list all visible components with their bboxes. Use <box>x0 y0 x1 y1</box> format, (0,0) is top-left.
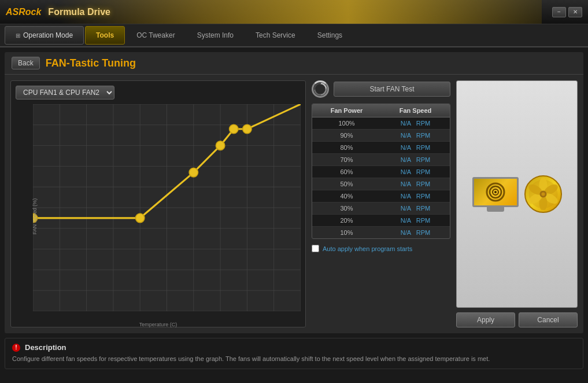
fan-speed-cell: N/A RPM <box>381 202 450 214</box>
fan-speed-cell: N/A RPM <box>381 166 450 178</box>
fan-power-header: Fan Power <box>312 104 381 117</box>
fan-speed-cell: N/A RPM <box>381 178 450 190</box>
chart-container: FAN Speed (%) Temperature (C) <box>16 104 301 329</box>
app-logo: ASRock Formula Drive <box>6 7 110 17</box>
spinner-svg <box>313 82 327 96</box>
description-header: ! Description <box>12 343 576 352</box>
fan-table-section: Start FAN Test Fan Power Fan Speed 100% … <box>312 80 450 327</box>
fan-power-cell: 50% <box>312 178 381 190</box>
fan-image-inner <box>467 170 568 219</box>
start-fan-test-button[interactable]: Start FAN Test <box>334 82 450 97</box>
monitor-illustration <box>472 177 519 212</box>
fan-speed-cell: N/A RPM <box>381 117 450 129</box>
back-button[interactable]: Back <box>12 57 40 69</box>
fan-speed-cell: N/A RPM <box>381 190 450 202</box>
fan-table-header: Fan Power Fan Speed <box>312 104 450 117</box>
description-icon: ! <box>12 344 20 352</box>
auto-apply-row: Auto apply when program starts <box>312 242 450 255</box>
table-row: 40% N/A RPM <box>312 190 450 202</box>
chart-section: CPU FAN1 & CPU FAN2 CPU FAN1 CPU FAN2 CH… <box>10 80 306 327</box>
action-buttons: Apply Cancel <box>456 312 578 327</box>
table-row: 20% N/A RPM <box>312 215 450 227</box>
monitor-screen <box>472 177 519 207</box>
description-text: Configure different fan speeds for respe… <box>12 354 576 364</box>
minimize-button[interactable]: − <box>552 7 566 17</box>
nav-tech-service[interactable]: Tech Service <box>245 26 306 45</box>
svg-point-50 <box>243 124 252 134</box>
fan-power-cell: 90% <box>312 130 381 141</box>
fan-image-section: Apply Cancel <box>456 80 578 327</box>
nav-bar: ⊞ Operation Mode Tools OC Tweaker System… <box>0 24 588 47</box>
svg-point-54 <box>494 191 497 193</box>
fan-illustration <box>524 175 562 213</box>
svg-point-47 <box>189 168 198 177</box>
x-axis-label: Temperature (C) <box>139 322 177 327</box>
fan-speed-cell: N/A RPM <box>381 227 450 238</box>
fan-speed-cell: N/A RPM <box>381 154 450 165</box>
nav-system-info[interactable]: System Info <box>187 26 244 45</box>
fan-power-cell: 10% <box>312 227 381 238</box>
fan-test-row: Start FAN Test <box>312 80 450 98</box>
nav-oc-tweaker[interactable]: OC Tweaker <box>126 26 185 45</box>
svg-point-63 <box>541 193 545 196</box>
description-title: Description <box>25 343 66 352</box>
auto-apply-checkbox[interactable] <box>312 245 319 252</box>
nav-tech-service-label: Tech Service <box>256 31 295 39</box>
fan-circle <box>524 175 562 213</box>
fan-speed-header: Fan Speed <box>381 104 450 117</box>
description-bar: ! Description Configure different fan sp… <box>5 338 583 369</box>
content-panel: Back FAN-Tastic Tuning CPU FAN1 & CPU FA… <box>5 52 583 333</box>
fan-speed-cell: N/A RPM <box>381 142 450 153</box>
monitor-stand <box>487 207 504 212</box>
svg-point-49 <box>230 124 238 134</box>
fan-power-cell: 100% <box>312 117 381 129</box>
apply-button[interactable]: Apply <box>456 312 515 327</box>
table-row: 70% N/A RPM <box>312 154 450 166</box>
nav-tools[interactable]: Tools <box>85 26 125 45</box>
svg-point-48 <box>216 141 224 150</box>
table-row: 50% N/A RPM <box>312 178 450 190</box>
nav-settings[interactable]: Settings <box>307 26 353 45</box>
table-row: 30% N/A RPM <box>312 202 450 215</box>
fan-spin-icon <box>312 80 329 98</box>
fan-select[interactable]: CPU FAN1 & CPU FAN2 CPU FAN1 CPU FAN2 CH… <box>16 86 114 100</box>
page-header: Back FAN-Tastic Tuning <box>5 52 583 75</box>
fan-chart[interactable]: 100 90 80 70 60 50 40 30 20 10 0 0 10 20… <box>33 104 301 311</box>
nav-tools-label: Tools <box>96 31 114 39</box>
svg-point-46 <box>135 213 144 223</box>
table-row: 60% N/A RPM <box>312 166 450 178</box>
main-content: CPU FAN1 & CPU FAN2 CPU FAN1 CPU FAN2 CH… <box>5 75 583 333</box>
fan-power-cell: 70% <box>312 154 381 165</box>
fan-selector: CPU FAN1 & CPU FAN2 CPU FAN1 CPU FAN2 CH… <box>16 86 301 100</box>
nav-operation-mode[interactable]: ⊞ Operation Mode <box>5 26 84 45</box>
asrock-brand: ASRock <box>6 7 41 17</box>
window-controls: − ✕ <box>552 7 582 17</box>
fan-speed-cell: N/A RPM <box>381 130 450 141</box>
fan-image-box <box>456 80 578 308</box>
y-axis-label: FAN Speed (%) <box>32 198 38 235</box>
auto-apply-label[interactable]: Auto apply when program starts <box>323 245 412 252</box>
page-title: FAN-Tastic Tuning <box>46 57 136 69</box>
fan-power-cell: 40% <box>312 190 381 202</box>
fan-speed-cell: N/A RPM <box>381 215 450 226</box>
fan-power-cell: 60% <box>312 166 381 178</box>
nav-system-info-label: System Info <box>197 31 234 39</box>
fan-power-cell: 80% <box>312 142 381 153</box>
nav-operation-mode-label: Operation Mode <box>23 31 73 39</box>
app-title: Formula Drive <box>48 7 110 17</box>
nav-oc-tweaker-label: OC Tweaker <box>136 31 175 39</box>
table-row: 10% N/A RPM <box>312 227 450 238</box>
fan-svg <box>527 178 559 210</box>
monitor-swirl <box>478 179 513 205</box>
table-row: 80% N/A RPM <box>312 142 450 154</box>
fan-power-cell: 30% <box>312 202 381 214</box>
title-bar: ASRock Formula Drive − ✕ <box>0 0 588 24</box>
table-row: 90% N/A RPM <box>312 130 450 142</box>
table-row: 100% N/A RPM <box>312 117 450 130</box>
fan-power-cell: 20% <box>312 215 381 226</box>
grid-icon: ⊞ <box>16 32 20 39</box>
close-button[interactable]: ✕ <box>568 7 582 17</box>
nav-settings-label: Settings <box>317 31 342 39</box>
fan-table: Fan Power Fan Speed 100% N/A RPM 90% N/A… <box>312 104 450 239</box>
cancel-button[interactable]: Cancel <box>519 312 578 327</box>
